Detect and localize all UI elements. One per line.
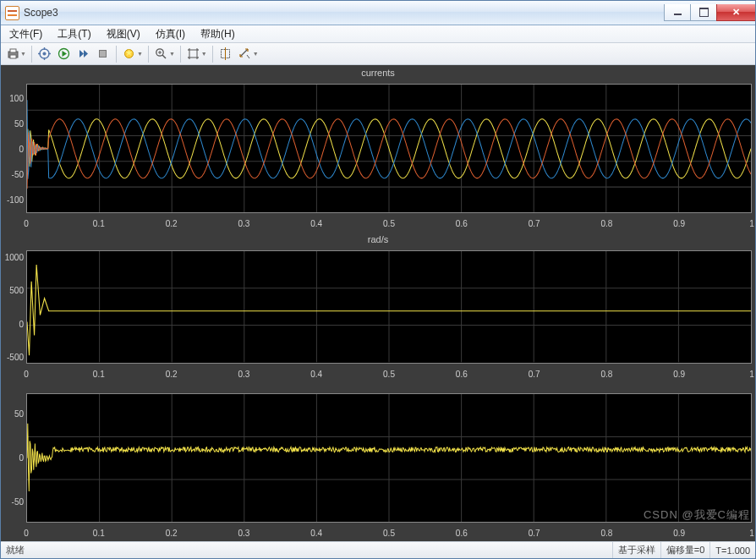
xtick: 0.1 bbox=[93, 370, 105, 379]
status-time: T=1.000 bbox=[709, 542, 755, 558]
plot-area: currents 100 50 0 -50 -100 0 0.1 0.2 0.3… bbox=[4, 68, 752, 539]
ytick: -100 bbox=[7, 195, 24, 204]
status-offset: 偏移量=0 bbox=[660, 542, 710, 558]
autoscale-icon[interactable] bbox=[184, 45, 203, 63]
xaxis3: 0 0.1 0.2 0.3 0.4 0.5 0.6 0.7 0.8 0.9 1 bbox=[26, 528, 752, 539]
menu-tools[interactable]: 工具(T) bbox=[51, 26, 97, 42]
menu-help[interactable]: 帮助(H) bbox=[194, 26, 242, 42]
caret-icon[interactable]: ▼ bbox=[137, 51, 143, 57]
svg-marker-11 bbox=[79, 50, 84, 58]
xtick: 0.1 bbox=[93, 529, 105, 538]
subplot2-title: rad/s bbox=[4, 234, 752, 245]
graph1[interactable] bbox=[26, 84, 752, 213]
status-ready: 就绪 bbox=[1, 544, 612, 556]
svg-line-16 bbox=[162, 55, 166, 58]
xtick: 0.7 bbox=[529, 370, 540, 379]
subplot3-title bbox=[4, 385, 752, 388]
window-title: Scope3 bbox=[24, 7, 664, 19]
graph2[interactable] bbox=[26, 250, 752, 363]
yaxis2: 1000 500 0 -500 bbox=[4, 250, 26, 363]
xtick: 0.2 bbox=[166, 219, 178, 228]
xaxis2: 0 0.1 0.2 0.3 0.4 0.5 0.6 0.7 0.8 0.9 1 bbox=[26, 369, 752, 380]
run-icon[interactable] bbox=[55, 45, 74, 63]
caret-icon[interactable]: ▼ bbox=[253, 51, 259, 57]
xtick: 1 bbox=[749, 219, 754, 228]
xtick: 0.6 bbox=[456, 219, 468, 228]
window-buttons bbox=[664, 4, 755, 21]
xtick: 0.5 bbox=[383, 529, 395, 538]
cursor-icon[interactable] bbox=[216, 45, 235, 63]
xtick: 0.8 bbox=[600, 370, 612, 379]
yaxis1: 100 50 0 -50 -100 bbox=[4, 84, 26, 213]
svg-marker-12 bbox=[84, 50, 88, 58]
xtick: 0.9 bbox=[673, 529, 685, 538]
measure-icon[interactable] bbox=[236, 45, 255, 63]
menubar: 文件(F) 工具(T) 视图(V) 仿真(I) 帮助(H) bbox=[1, 25, 755, 43]
xtick: 0.2 bbox=[166, 370, 178, 379]
subplot1-title: currents bbox=[4, 68, 752, 79]
xtick: 0 bbox=[24, 529, 29, 538]
svg-rect-1 bbox=[10, 49, 16, 52]
separator bbox=[212, 46, 213, 63]
xtick: 0.9 bbox=[673, 370, 685, 379]
caret-icon[interactable]: ▼ bbox=[201, 51, 207, 57]
zoom-in-icon[interactable] bbox=[152, 45, 171, 63]
xtick: 1 bbox=[749, 370, 754, 379]
svg-point-4 bbox=[43, 52, 47, 56]
ytick: 0 bbox=[19, 320, 24, 329]
app-icon bbox=[5, 6, 19, 20]
menu-view[interactable]: 视图(V) bbox=[100, 26, 147, 42]
step-icon[interactable] bbox=[74, 45, 93, 63]
toolbar: ▼ ▼ ▼ ▼ ▼ bbox=[1, 43, 755, 65]
xtick: 0.4 bbox=[310, 370, 322, 379]
ytick: -500 bbox=[7, 352, 24, 361]
window: Scope3 文件(F) 工具(T) 视图(V) 仿真(I) 帮助(H) ▼ ▼… bbox=[0, 0, 756, 559]
menu-simulation[interactable]: 仿真(I) bbox=[149, 26, 192, 42]
caret-icon[interactable]: ▼ bbox=[20, 51, 26, 57]
separator bbox=[148, 46, 149, 63]
xtick: 0.8 bbox=[600, 529, 612, 538]
minimize-button[interactable] bbox=[664, 4, 690, 21]
xtick: 1 bbox=[749, 529, 754, 538]
ytick: 0 bbox=[19, 453, 24, 463]
ytick: 50 bbox=[14, 409, 24, 419]
xtick: 0.6 bbox=[456, 529, 468, 538]
xtick: 0.7 bbox=[529, 219, 540, 228]
ytick: 0 bbox=[19, 144, 24, 153]
statusbar: 就绪 基于采样 偏移量=0 T=1.000 bbox=[1, 541, 755, 558]
ytick: 100 bbox=[9, 93, 24, 102]
ytick: -50 bbox=[12, 497, 24, 507]
xaxis1: 0 0.1 0.2 0.3 0.4 0.5 0.6 0.7 0.8 0.9 1 bbox=[26, 218, 752, 229]
svg-rect-19 bbox=[189, 50, 197, 58]
stop-icon[interactable] bbox=[94, 45, 112, 63]
plot2-svg bbox=[27, 251, 751, 362]
menu-file[interactable]: 文件(F) bbox=[3, 26, 49, 42]
svg-marker-10 bbox=[63, 51, 68, 57]
subplot-rads[interactable]: 1000 500 0 -500 bbox=[4, 250, 752, 363]
titlebar[interactable]: Scope3 bbox=[1, 1, 755, 25]
subplot-torque[interactable]: 50 0 -50 bbox=[4, 393, 752, 523]
plot3-svg bbox=[27, 394, 751, 522]
xtick: 0 bbox=[24, 219, 29, 228]
xtick: 0.5 bbox=[383, 219, 395, 228]
subplot-currents[interactable]: 100 50 0 -50 -100 bbox=[4, 84, 752, 213]
xtick: 0.6 bbox=[456, 370, 468, 379]
ytick: -50 bbox=[12, 169, 24, 178]
caret-icon[interactable]: ▼ bbox=[169, 51, 175, 57]
xtick: 0.1 bbox=[93, 219, 105, 228]
separator bbox=[31, 46, 32, 63]
xtick: 0.3 bbox=[238, 529, 249, 538]
print-icon[interactable] bbox=[3, 45, 22, 63]
close-button[interactable] bbox=[716, 4, 755, 21]
settings-icon[interactable] bbox=[36, 45, 54, 63]
svg-rect-13 bbox=[100, 51, 107, 58]
highlight-icon[interactable] bbox=[120, 45, 139, 63]
graph3[interactable] bbox=[26, 393, 752, 523]
xtick: 0.3 bbox=[238, 219, 249, 228]
separator bbox=[180, 46, 181, 63]
yaxis3: 50 0 -50 bbox=[4, 393, 26, 523]
status-sampling: 基于采样 bbox=[612, 542, 660, 558]
xtick: 0.5 bbox=[383, 370, 395, 379]
maximize-button[interactable] bbox=[690, 4, 716, 21]
ytick: 1000 bbox=[5, 253, 24, 262]
